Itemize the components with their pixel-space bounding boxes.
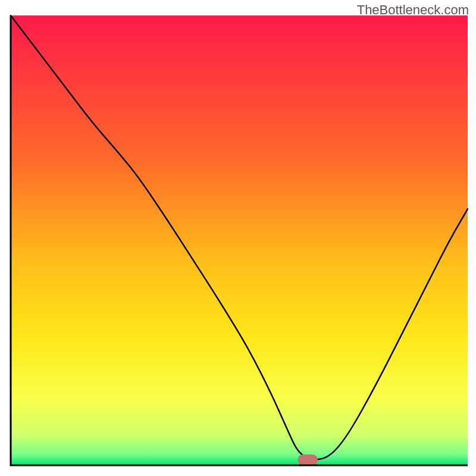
bottleneck-chart: TheBottleneck.com — [0, 0, 476, 476]
optimum-marker — [298, 455, 318, 465]
gradient-background — [11, 15, 468, 465]
chart-canvas — [0, 0, 476, 476]
watermark-text: TheBottleneck.com — [357, 2, 469, 18]
